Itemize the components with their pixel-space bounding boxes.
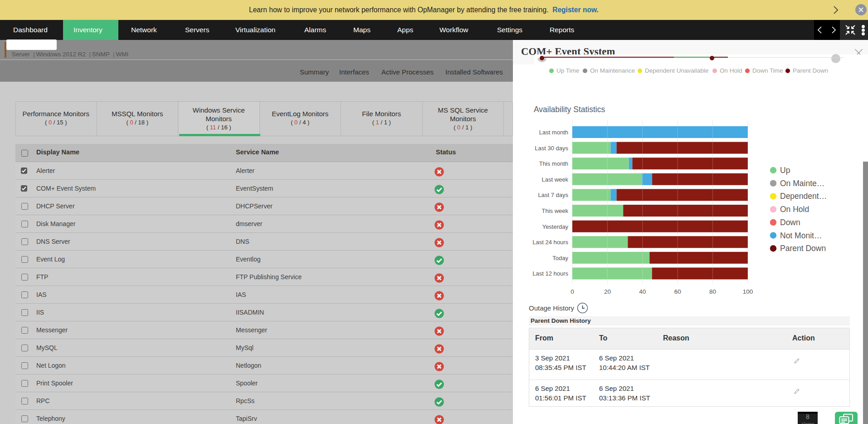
svg-text:Up: Up <box>780 166 790 175</box>
svg-text:Not Monit…: Not Monit… <box>780 231 822 240</box>
svg-text:Last month: Last month <box>539 129 568 136</box>
svg-text:This week: This week <box>541 207 568 214</box>
svg-text:Last 30 days: Last 30 days <box>535 145 568 152</box>
svg-text:Down: Down <box>780 218 800 227</box>
svg-text:On Mainte…: On Mainte… <box>780 179 824 188</box>
svg-text:Last 24 hours: Last 24 hours <box>532 239 568 246</box>
svg-text:Yesterday: Yesterday <box>542 223 569 230</box>
svg-text:Last 7 days: Last 7 days <box>538 192 569 198</box>
svg-text:Last week: Last week <box>541 176 568 183</box>
svg-text:This month: This month <box>539 160 568 167</box>
svg-text:Parent Down: Parent Down <box>780 244 826 253</box>
svg-text:100: 100 <box>743 288 753 295</box>
svg-text:60: 60 <box>674 288 681 295</box>
svg-text:Last 12 hours: Last 12 hours <box>532 270 568 277</box>
svg-text:0: 0 <box>571 288 574 295</box>
svg-text:80: 80 <box>709 288 716 295</box>
svg-text:20: 20 <box>604 288 611 295</box>
svg-text:40: 40 <box>639 288 646 295</box>
svg-text:Today: Today <box>552 255 568 261</box>
svg-text:Dependent…: Dependent… <box>780 192 827 201</box>
svg-text:On Hold: On Hold <box>780 205 809 214</box>
